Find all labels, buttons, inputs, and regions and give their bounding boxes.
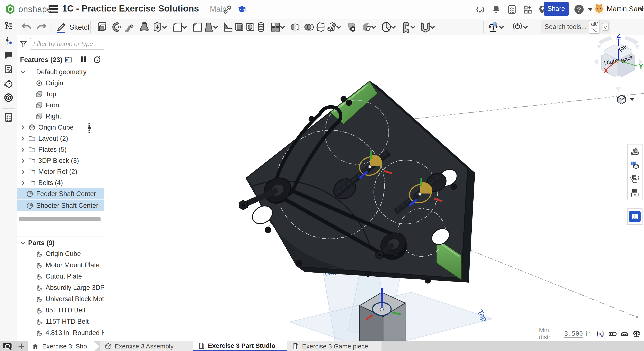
apps-grid-icon[interactable] xyxy=(523,5,532,15)
tree-chevron-icon[interactable] xyxy=(20,147,26,153)
help-caret-icon[interactable] xyxy=(588,8,593,11)
custom-tables-panel-button[interactable] xyxy=(628,172,642,186)
learning-center-button[interactable] xyxy=(627,208,642,225)
part-list-item[interactable]: 3.937 in. Rounded Hex... xyxy=(17,338,104,341)
feature-tree-item[interactable]: Top xyxy=(17,89,104,100)
add-tab-button[interactable] xyxy=(16,342,26,350)
enclose-menu-caret[interactable] xyxy=(430,25,436,30)
insert-version-icon[interactable] xyxy=(4,36,14,46)
rollback-handle-dots[interactable] xyxy=(87,101,92,110)
document-notes-icon[interactable] xyxy=(4,64,14,74)
fillet-menu-caret[interactable] xyxy=(182,25,188,30)
learning-badge-icon[interactable] xyxy=(237,5,247,15)
pattern-menu-caret[interactable] xyxy=(280,25,286,30)
part-list-item[interactable]: Origin Cube xyxy=(17,248,104,259)
view-options-button[interactable] xyxy=(616,93,635,106)
feature-tree-item[interactable]: Front xyxy=(17,100,104,111)
shell-tool[interactable] xyxy=(234,21,245,33)
rollback-handle-dots[interactable] xyxy=(87,112,92,121)
sketch-button[interactable]: Sketch xyxy=(56,21,92,33)
appearance-panel-button[interactable] xyxy=(628,145,642,158)
versions-history-icon[interactable] xyxy=(4,21,14,31)
boolean-tool[interactable] xyxy=(303,21,315,33)
performance-icon[interactable] xyxy=(4,79,14,89)
part-list-item[interactable]: Motor Mount Plate xyxy=(17,259,104,271)
delete-part-tool[interactable] xyxy=(346,21,357,33)
document-tab[interactable]: Exercise 3 Part Studio xyxy=(193,341,287,351)
tasks-checklist-icon[interactable] xyxy=(507,5,517,15)
new-folder-icon[interactable] xyxy=(64,55,73,64)
onshape-logo[interactable]: onshape xyxy=(5,4,52,15)
comments-icon[interactable] xyxy=(4,50,14,60)
tree-chevron-icon[interactable] xyxy=(17,191,23,197)
part-list-item[interactable]: Universal Block Motor xyxy=(17,293,104,304)
sweep-tool[interactable] xyxy=(124,21,136,33)
min-dist-value[interactable]: 3.500 xyxy=(564,330,583,337)
feature-tree-item[interactable]: Belts (4) xyxy=(17,177,104,188)
thicken-menu-caret[interactable] xyxy=(162,25,168,30)
rollback-handle-dots[interactable] xyxy=(87,189,92,199)
user-avatar[interactable] xyxy=(593,3,606,15)
user-name[interactable]: Martin Sanin xyxy=(607,5,644,13)
tree-chevron-icon[interactable] xyxy=(20,158,26,164)
tree-chevron-icon[interactable] xyxy=(20,169,26,175)
redo-button[interactable] xyxy=(36,21,47,33)
rollback-bar[interactable] xyxy=(19,217,100,221)
revolve-tool[interactable] xyxy=(110,21,122,33)
rollback-handle-dots[interactable] xyxy=(87,201,92,210)
part-list-item[interactable]: 115T HTD Belt xyxy=(17,316,104,327)
rib-tool[interactable] xyxy=(222,21,234,33)
chamfer-tool[interactable] xyxy=(192,21,203,33)
tree-chevron-icon[interactable] xyxy=(20,136,26,142)
part-list-item[interactable]: 85T HTD Belt xyxy=(17,304,104,316)
measure-menu-caret[interactable] xyxy=(498,25,504,30)
document-menu-icon[interactable] xyxy=(48,5,58,14)
custom-feature-menu-caret[interactable] xyxy=(522,25,528,30)
hole-tool[interactable] xyxy=(244,21,256,33)
onshape-feedback-icon[interactable] xyxy=(4,93,14,103)
create-variable-icon[interactable]: x xyxy=(596,329,605,338)
share-button[interactable]: Share xyxy=(544,2,569,16)
rollback-handle-dots[interactable] xyxy=(87,167,92,176)
extrude-tool[interactable] xyxy=(96,21,108,33)
parts-chevron-icon[interactable] xyxy=(20,240,26,246)
draft-menu-caret[interactable] xyxy=(212,25,218,30)
rollback-handle-dots[interactable] xyxy=(87,123,92,132)
measure-scale-tool[interactable] xyxy=(488,21,499,33)
part-list-item[interactable]: Cutout Plate xyxy=(17,271,104,282)
feature-tree-item[interactable]: 3DP Block (3) xyxy=(17,155,104,166)
feature-tree-item[interactable]: Origin Cube xyxy=(17,122,104,133)
move-face-menu-caret[interactable] xyxy=(371,25,377,30)
feature-tree-item[interactable]: Origin xyxy=(17,78,104,89)
tree-chevron-icon[interactable] xyxy=(17,203,23,209)
measure-tape-icon[interactable] xyxy=(608,329,617,338)
home-tab[interactable]: Exercise 3: Sho xyxy=(28,341,99,351)
feature-tree-item[interactable]: Shooter Shaft Center xyxy=(17,200,104,211)
loft-tool[interactable] xyxy=(138,21,150,33)
configurations-panel-button[interactable] xyxy=(628,158,642,172)
parts-section-header[interactable]: Parts (9) xyxy=(17,238,104,248)
rollback-handle-dots[interactable] xyxy=(87,90,92,99)
rollback-handle-dots[interactable] xyxy=(87,78,92,88)
mass-properties-icon[interactable] xyxy=(632,329,641,338)
release-checklist-icon[interactable] xyxy=(4,113,14,122)
sheet-metal-menu-caret[interactable] xyxy=(410,25,416,30)
split-tool[interactable] xyxy=(315,21,326,33)
mate-connector-menu-caret[interactable] xyxy=(390,25,396,30)
user-menu-caret-icon[interactable] xyxy=(639,8,644,11)
transform-menu-caret[interactable] xyxy=(336,25,342,30)
help-icon[interactable]: ? xyxy=(574,4,584,15)
tree-chevron-icon[interactable] xyxy=(17,91,23,97)
tree-chevron-icon[interactable] xyxy=(20,69,26,75)
protractor-icon[interactable] xyxy=(620,329,629,338)
undo-button[interactable] xyxy=(21,21,32,33)
document-tab[interactable]: Exercise 3 Assembly xyxy=(100,341,193,351)
rollback-handle-dots[interactable] xyxy=(87,134,92,143)
rollback-handle-dots[interactable] xyxy=(87,67,92,77)
featurescript-icon[interactable] xyxy=(476,5,485,15)
tree-chevron-icon[interactable] xyxy=(17,80,23,86)
part-list-item[interactable]: Absurdly Large 3DP xyxy=(17,282,104,293)
feature-tree-item[interactable]: Plates (5) xyxy=(17,144,104,155)
feature-tree-item[interactable]: Motor Ref (2) xyxy=(17,166,104,177)
custom-feature-tool[interactable] xyxy=(512,21,523,33)
